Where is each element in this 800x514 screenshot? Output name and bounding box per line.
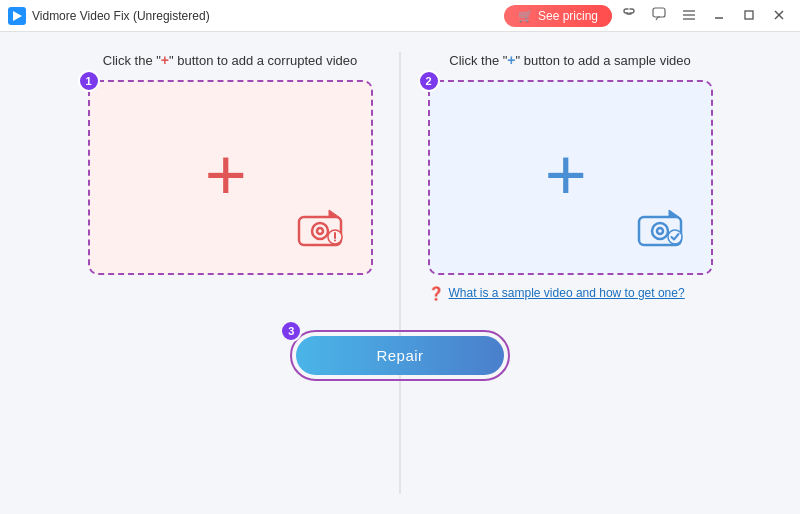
see-pricing-button[interactable]: 🛒 See pricing — [504, 5, 612, 27]
left-plus-icon: + — [205, 138, 247, 210]
sample-link-area: ❓ What is a sample video and how to get … — [428, 285, 713, 302]
svg-marker-20 — [669, 210, 679, 217]
svg-marker-13 — [329, 210, 339, 217]
link-icon — [622, 7, 636, 21]
right-badge: 2 — [418, 70, 440, 92]
svg-point-18 — [652, 223, 668, 239]
repair-badge: 3 — [280, 320, 302, 342]
right-plus-icon: + — [545, 138, 587, 210]
right-instruction: Click the "+" button to add a sample vid… — [449, 52, 690, 68]
repair-button[interactable]: Repair — [296, 336, 503, 375]
cart-icon: 🛒 — [518, 9, 533, 23]
svg-rect-2 — [653, 8, 665, 17]
right-camera-icon — [637, 207, 689, 251]
repair-button-wrapper: 3 Repair — [290, 330, 509, 381]
svg-point-19 — [657, 228, 663, 234]
menu-icon — [682, 9, 696, 21]
titlebar-left: Vidmore Video Fix (Unregistered) — [8, 7, 210, 25]
right-panel: Click the "+" button to add a sample vid… — [400, 52, 740, 302]
center-divider — [400, 52, 401, 494]
sample-link-text[interactable]: What is a sample video and how to get on… — [449, 285, 685, 302]
titlebar: Vidmore Video Fix (Unregistered) 🛒 See p… — [0, 0, 800, 32]
maximize-icon — [744, 10, 754, 20]
app-logo-icon — [8, 7, 26, 25]
sample-link-question-icon: ❓ — [428, 286, 444, 301]
svg-point-11 — [312, 223, 328, 239]
maximize-button[interactable] — [736, 4, 762, 27]
minimize-button[interactable] — [706, 4, 732, 27]
svg-point-16 — [334, 240, 336, 242]
svg-point-12 — [317, 228, 323, 234]
left-badge: 1 — [78, 70, 100, 92]
titlebar-right: 🛒 See pricing — [504, 3, 792, 28]
left-upload-area[interactable]: 1 + — [88, 80, 373, 275]
left-camera-icon — [297, 207, 349, 251]
chat-button[interactable] — [646, 3, 672, 28]
see-pricing-label: See pricing — [538, 9, 598, 23]
left-instruction: Click the "+" button to add a corrupted … — [103, 52, 357, 68]
main-content: Click the "+" button to add a corrupted … — [0, 32, 800, 514]
right-plus-char: + — [507, 52, 515, 68]
app-title: Vidmore Video Fix (Unregistered) — [32, 9, 210, 23]
svg-rect-7 — [745, 11, 753, 19]
link-button[interactable] — [616, 3, 642, 28]
right-upload-area[interactable]: 2 + — [428, 80, 713, 275]
chat-icon — [652, 7, 666, 21]
close-button[interactable] — [766, 4, 792, 27]
left-plus-char: + — [161, 52, 169, 68]
menu-button[interactable] — [676, 4, 702, 28]
repair-section: 3 Repair — [290, 330, 509, 381]
left-panel: Click the "+" button to add a corrupted … — [60, 52, 400, 302]
close-icon — [774, 10, 784, 20]
minimize-icon — [714, 10, 724, 20]
